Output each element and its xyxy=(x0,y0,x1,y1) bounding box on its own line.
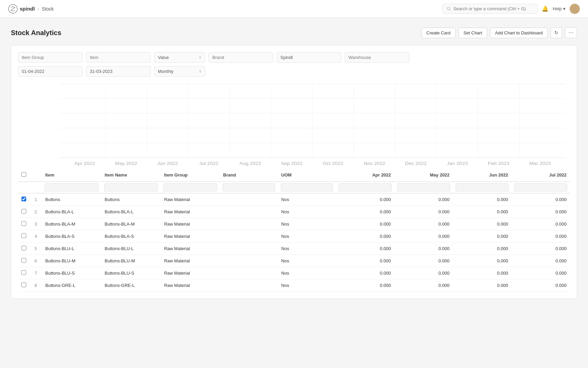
search-input[interactable] xyxy=(453,6,533,11)
row-item-name: Buttons-GRE-L xyxy=(101,279,161,292)
period-filter[interactable]: Monthly ⇕ xyxy=(154,66,205,77)
row-checkbox[interactable] xyxy=(21,197,26,201)
svg-text:Jun 2022: Jun 2022 xyxy=(157,162,178,166)
row-item: Buttons-BLA-L xyxy=(42,206,101,218)
row-item: Buttons-GRE-L xyxy=(42,279,101,292)
more-button[interactable]: ⋯ xyxy=(565,27,577,38)
table-row: 3 Buttons-BLA-M Buttons-BLA-M Raw Materi… xyxy=(18,218,570,230)
col-brand-filter[interactable] xyxy=(223,183,275,191)
select-all-checkbox[interactable] xyxy=(21,172,26,177)
search-icon xyxy=(447,6,451,11)
row-checkbox-cell xyxy=(18,243,30,255)
filters-row-1: Value ⇕ xyxy=(18,52,570,63)
col-may2022-filter[interactable] xyxy=(397,183,450,191)
search-bar[interactable] xyxy=(442,4,538,14)
refresh-button[interactable]: ↻ xyxy=(551,27,562,38)
col-num xyxy=(30,169,42,182)
row-checkbox-cell xyxy=(18,267,30,279)
col-jul2022-filter[interactable] xyxy=(514,183,567,191)
col-apr2022-filter[interactable] xyxy=(339,183,392,191)
svg-text:Dec 2022: Dec 2022 xyxy=(405,162,427,166)
set-chart-button[interactable]: Set Chart xyxy=(458,28,487,38)
row-item-name: Buttons xyxy=(101,193,161,206)
value-arrow-icon: ⇕ xyxy=(199,56,201,59)
row-number: 8 xyxy=(30,279,42,292)
row-uom: Nos xyxy=(278,255,336,267)
col-item-filter[interactable] xyxy=(45,183,99,191)
row-checkbox[interactable] xyxy=(21,270,26,275)
svg-text:Apr 2022: Apr 2022 xyxy=(75,162,95,166)
table-body: 1 Buttons Buttons Raw Material Nos 0.000… xyxy=(18,193,570,292)
select-all-col xyxy=(18,169,30,182)
row-uom: Nos xyxy=(278,267,336,279)
row-brand xyxy=(220,230,278,243)
row-item-group: Raw Material xyxy=(161,243,220,255)
app-logo[interactable]: spindl xyxy=(8,4,35,14)
row-number: 4 xyxy=(30,230,42,243)
row-checkbox[interactable] xyxy=(21,258,26,263)
svg-text:Feb 2023: Feb 2023 xyxy=(488,162,509,166)
page-actions: Create Card Set Chart Add Chart to Dashb… xyxy=(421,27,577,38)
col-apr2022: Apr 2022 xyxy=(336,169,394,182)
col-uom-filter[interactable] xyxy=(281,183,333,191)
row-checkbox-cell xyxy=(18,218,30,230)
chart-svg: Apr 2022 May 2022 Jun 2022 Jul 2022 Aug … xyxy=(18,80,570,169)
row-jul2022: 0.000 xyxy=(511,267,570,279)
row-uom: Nos xyxy=(278,218,336,230)
svg-text:May 2022: May 2022 xyxy=(115,162,137,166)
row-item-group: Raw Material xyxy=(161,267,220,279)
period-label: Monthly xyxy=(158,69,174,74)
row-checkbox[interactable] xyxy=(21,246,26,250)
row-jun2022: 0.000 xyxy=(453,230,511,243)
value-filter[interactable]: Value ⇕ xyxy=(154,52,205,63)
avatar[interactable] xyxy=(570,4,580,14)
col-jun2022-filter[interactable] xyxy=(456,183,509,191)
row-apr2022: 0.000 xyxy=(336,193,394,206)
company-filter[interactable] xyxy=(277,52,341,63)
row-item-name: Buttons-BLA-S xyxy=(101,230,161,243)
help-button[interactable]: Help ▾ xyxy=(553,6,566,11)
row-apr2022: 0.000 xyxy=(336,267,394,279)
add-chart-button[interactable]: Add Chart to Dashboard xyxy=(490,28,548,38)
row-number: 3 xyxy=(30,218,42,230)
row-item-name: Buttons-BLU-M xyxy=(101,255,161,267)
row-item-group: Raw Material xyxy=(161,206,220,218)
breadcrumb-current: Stock xyxy=(42,6,54,12)
row-checkbox[interactable] xyxy=(21,209,26,214)
warehouse-filter[interactable] xyxy=(345,52,409,63)
col-may2022: May 2022 xyxy=(394,169,453,182)
table-row: 6 Buttons-BLU-M Buttons-BLU-M Raw Materi… xyxy=(18,255,570,267)
row-item: Buttons-BLU-L xyxy=(42,243,101,255)
row-apr2022: 0.000 xyxy=(336,230,394,243)
svg-text:Oct 2022: Oct 2022 xyxy=(323,162,343,166)
col-item-name-filter[interactable] xyxy=(104,183,158,191)
row-checkbox[interactable] xyxy=(21,233,26,238)
item-filter[interactable] xyxy=(86,52,151,63)
brand-filter[interactable] xyxy=(209,52,273,63)
row-may2022: 0.000 xyxy=(394,230,453,243)
row-jun2022: 0.000 xyxy=(453,218,511,230)
date-to-filter[interactable] xyxy=(86,66,151,77)
row-checkbox-cell xyxy=(18,230,30,243)
row-jul2022: 0.000 xyxy=(511,218,570,230)
row-number: 7 xyxy=(30,267,42,279)
row-checkbox[interactable] xyxy=(21,282,26,287)
row-item-group: Raw Material xyxy=(161,255,220,267)
row-item: Buttons xyxy=(42,193,101,206)
row-item-group: Raw Material xyxy=(161,230,220,243)
table-row: 7 Buttons-BLU-S Buttons-BLU-S Raw Materi… xyxy=(18,267,570,279)
row-uom: Nos xyxy=(278,193,336,206)
row-apr2022: 0.000 xyxy=(336,243,394,255)
row-apr2022: 0.000 xyxy=(336,218,394,230)
row-checkbox[interactable] xyxy=(21,221,26,226)
row-item-name: Buttons-BLU-L xyxy=(101,243,161,255)
item-group-filter[interactable] xyxy=(18,52,83,63)
table-row: 4 Buttons-BLA-S Buttons-BLA-S Raw Materi… xyxy=(18,230,570,243)
bell-icon[interactable]: 🔔 xyxy=(542,5,549,12)
period-arrow-icon: ⇕ xyxy=(199,70,201,73)
row-may2022: 0.000 xyxy=(394,243,453,255)
row-brand xyxy=(220,279,278,292)
create-card-button[interactable]: Create Card xyxy=(421,28,456,38)
date-from-filter[interactable] xyxy=(18,66,83,77)
col-item-group-filter[interactable] xyxy=(163,183,217,191)
